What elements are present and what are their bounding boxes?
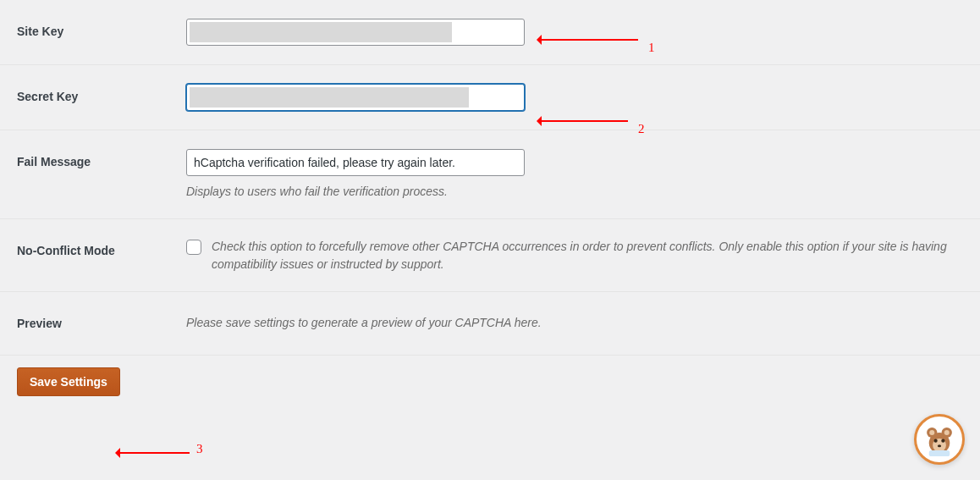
svg-point-7 xyxy=(941,439,944,442)
svg-point-5 xyxy=(944,429,950,434)
svg-point-8 xyxy=(938,444,941,447)
secret-key-field-wrap xyxy=(186,84,525,111)
label-preview: Preview xyxy=(17,311,186,336)
preview-description: Please save settings to generate a previ… xyxy=(186,314,963,331)
annotation-arrow-3 xyxy=(117,452,190,454)
row-secret-key: Secret Key xyxy=(0,65,980,130)
content-preview: Please save settings to generate a previ… xyxy=(186,311,963,331)
save-area: Save Settings xyxy=(0,356,980,413)
secret-key-input[interactable] xyxy=(186,84,525,111)
label-no-conflict: No-Conflict Mode xyxy=(17,238,186,263)
row-no-conflict: No-Conflict Mode Check this option to fo… xyxy=(0,219,980,292)
no-conflict-checkbox[interactable] xyxy=(186,240,201,255)
row-site-key: Site Key xyxy=(0,0,980,65)
content-fail-message: Displays to users who fail the verificat… xyxy=(186,149,963,200)
fail-message-input[interactable] xyxy=(186,149,525,176)
svg-point-6 xyxy=(934,439,938,442)
row-preview: Preview Please save settings to generate… xyxy=(0,292,980,356)
annotation-label-3: 3 xyxy=(196,442,203,456)
svg-point-4 xyxy=(929,429,934,434)
content-secret-key xyxy=(186,84,963,111)
no-conflict-description: Check this option to forcefully remove o… xyxy=(212,238,963,273)
row-fail-message: Fail Message Displays to users who fail … xyxy=(0,130,980,219)
label-fail-message: Fail Message xyxy=(17,149,186,174)
mascot-icon xyxy=(922,421,957,459)
fail-message-description: Displays to users who fail the verificat… xyxy=(186,183,963,200)
site-key-field-wrap xyxy=(186,19,525,46)
site-key-input[interactable] xyxy=(186,19,525,46)
no-conflict-check-row: Check this option to forcefully remove o… xyxy=(186,238,963,273)
content-site-key xyxy=(186,19,963,46)
label-secret-key: Secret Key xyxy=(17,84,186,109)
label-site-key: Site Key xyxy=(17,19,186,44)
svg-rect-9 xyxy=(929,450,950,456)
help-mascot-button[interactable] xyxy=(914,414,965,465)
content-no-conflict: Check this option to forcefully remove o… xyxy=(186,238,963,273)
save-settings-button[interactable]: Save Settings xyxy=(17,367,120,396)
